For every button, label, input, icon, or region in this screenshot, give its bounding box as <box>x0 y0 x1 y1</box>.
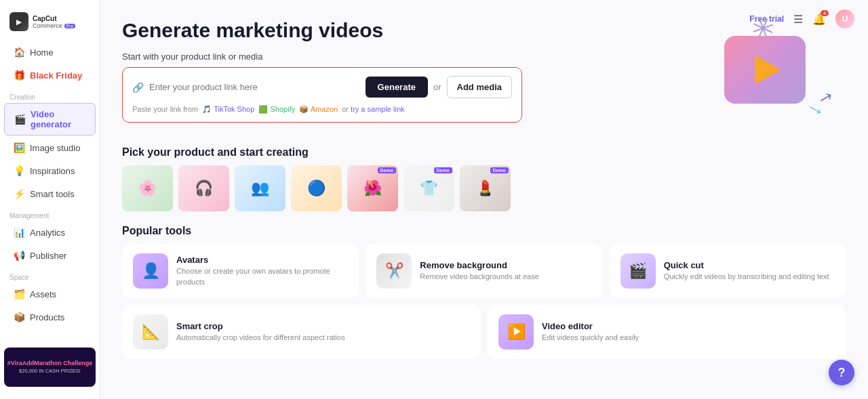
generate-button[interactable]: Generate <box>366 77 428 98</box>
link-icon: 🔗 <box>132 82 144 93</box>
product-thumb-7[interactable]: Demo 💄 <box>460 165 511 211</box>
product-thumb-6[interactable]: Demo 👕 <box>403 165 454 211</box>
sidebar: ▶ CapCut Commerce Pro 🏠 Home 🎁 Black Fri… <box>0 0 100 399</box>
quick-cut-icon-wrap: 🎬 <box>620 253 656 289</box>
hero-section: Generate marketing videos Start with you… <box>122 19 846 134</box>
sidebar-item-inspirations[interactable]: 💡 Inspirations <box>4 160 96 182</box>
sidebar-item-label: Inspirations <box>30 166 75 176</box>
tool-card-video-editor[interactable]: ▶️ Video editor Edit videos quickly and … <box>488 305 846 359</box>
arrow-decoration-2: ↗ <box>817 87 835 108</box>
management-section-label: Management <box>0 205 100 221</box>
tool-card-avatars[interactable]: 👤 Avatars Choose or create your own avat… <box>122 244 359 298</box>
video-generator-icon: 🎬 <box>14 114 25 125</box>
page-title: Generate marketing videos <box>122 19 697 42</box>
tool-card-smart-crop[interactable]: 📐 Smart crop Automatically crop videos f… <box>122 305 481 359</box>
input-section-label: Start with your product link or media <box>122 51 697 62</box>
remove-bg-icon: ✂️ <box>385 262 403 280</box>
gift-icon: 🎁 <box>14 70 24 81</box>
promo-sub: $20,000 IN CASH PRIZES! <box>7 368 92 375</box>
tool-desc-quick-cut: Quickly edit videos by transcribing and … <box>664 272 829 282</box>
products-icon: 📦 <box>14 312 24 322</box>
help-button[interactable]: ? <box>829 360 854 385</box>
main-content: Free trial ☰ 🔔 4 U Generate marketing vi… <box>100 0 868 399</box>
video-editor-icon-wrap: ▶️ <box>498 314 534 350</box>
smart-crop-icon-wrap: 📐 <box>133 314 168 350</box>
tools-grid-top: 👤 Avatars Choose or create your own avat… <box>122 244 846 298</box>
tool-name-avatars: Avatars <box>176 255 348 265</box>
sidebar-item-label: Smart tools <box>30 189 75 199</box>
sidebar-item-label: Home <box>30 47 54 58</box>
tool-desc-avatars: Choose or create your own avatars to pro… <box>176 266 348 287</box>
sidebar-item-label: Video generator <box>31 109 85 129</box>
amazon-link[interactable]: 📦 Amazon <box>299 105 338 113</box>
app-logo: ▶ CapCut Commerce Pro <box>0 8 100 41</box>
video-editor-icon: ▶️ <box>507 323 526 341</box>
logo-text: CapCut Commerce Pro <box>33 15 75 29</box>
sidebar-item-home[interactable]: 🏠 Home <box>4 41 96 63</box>
demo-badge: Demo <box>490 167 509 173</box>
analytics-icon: 📊 <box>14 227 24 238</box>
product-thumb-2[interactable]: 🎧 <box>178 165 229 211</box>
product-link-input[interactable] <box>149 82 360 92</box>
input-box-wrapper: 🔗 Generate or Add media Paste your link … <box>122 67 522 123</box>
input-row: 🔗 Generate or Add media <box>132 76 512 98</box>
creation-section-label: Creation <box>0 87 100 102</box>
sidebar-item-assets[interactable]: 🗂️ Assets <box>4 283 96 305</box>
product-grid: 🌸 🎧 👥 🔵 Demo 🌺 Demo 👕 Demo 💄 <box>122 165 846 211</box>
sample-link[interactable]: try a sample link <box>351 105 404 113</box>
tool-name-remove-bg: Remove background <box>420 260 539 270</box>
tool-name-smart-crop: Smart crop <box>176 321 345 331</box>
tool-desc-video-editor: Edit videos quickly and easily <box>542 333 639 343</box>
sidebar-item-analytics[interactable]: 📊 Analytics <box>4 222 96 243</box>
inspirations-icon: 💡 <box>14 165 24 176</box>
sidebar-item-image-studio[interactable]: 🖼️ Image studio <box>4 137 96 159</box>
tools-section-title: Popular tools <box>122 225 846 237</box>
tool-name-video-editor: Video editor <box>542 321 639 331</box>
product-thumb-5[interactable]: Demo 🌺 <box>347 165 398 211</box>
sidebar-item-black-friday[interactable]: 🎁 Black Friday <box>4 64 96 86</box>
product-thumb-3[interactable]: 👥 <box>235 165 285 211</box>
hero-3d-graphic: ✳ → ↗ <box>711 12 833 134</box>
promo-banner[interactable]: #ViraAddMarathon Challenge $20,000 IN CA… <box>4 348 96 387</box>
tool-info-video-editor: Video editor Edit videos quickly and eas… <box>542 321 639 343</box>
product-thumb-4[interactable]: 🔵 <box>291 165 342 211</box>
hero-left: Generate marketing videos Start with you… <box>122 19 697 123</box>
assets-icon: 🗂️ <box>14 289 24 299</box>
sidebar-item-products[interactable]: 📦 Products <box>4 306 96 328</box>
promo-title: #ViraAddMarathon Challenge <box>7 359 92 368</box>
product-thumb-1[interactable]: 🌸 <box>122 165 173 211</box>
add-media-button[interactable]: Add media <box>447 76 512 98</box>
sidebar-item-label: Image studio <box>30 143 80 153</box>
play-cube <box>724 36 806 104</box>
tool-info-avatars: Avatars Choose or create your own avatar… <box>176 255 348 287</box>
sidebar-item-publisher[interactable]: 📢 Publisher <box>4 245 96 266</box>
tool-name-quick-cut: Quick cut <box>664 260 829 270</box>
avatars-icon: 👤 <box>142 262 160 280</box>
user-avatar[interactable]: U <box>835 9 854 28</box>
sidebar-item-smart-tools[interactable]: ⚡ Smart tools <box>4 183 96 205</box>
tools-grid-bottom: 📐 Smart crop Automatically crop videos f… <box>122 305 846 359</box>
shopify-link[interactable]: 🟩 Shopify <box>258 105 295 113</box>
sidebar-item-label: Assets <box>30 289 56 299</box>
remove-bg-icon-wrap: ✂️ <box>376 253 412 289</box>
tool-info-remove-bg: Remove background Remove video backgroun… <box>420 260 539 282</box>
sidebar-item-video-generator[interactable]: 🎬 Video generator <box>4 103 96 135</box>
tool-info-smart-crop: Smart crop Automatically crop videos for… <box>176 321 345 343</box>
tool-desc-remove-bg: Remove video backgrounds at ease <box>420 272 539 282</box>
tiktok-shop-link[interactable]: 🎵 TikTok Shop <box>202 105 254 113</box>
space-section-label: Space <box>0 267 100 282</box>
smart-tools-icon: ⚡ <box>14 188 24 199</box>
logo-icon: ▶ <box>9 12 28 31</box>
products-section-title: Pick your product and start creating <box>122 146 846 159</box>
sidebar-item-label: Analytics <box>30 228 65 238</box>
smart-crop-icon: 📐 <box>142 323 160 341</box>
tool-card-quick-cut[interactable]: 🎬 Quick cut Quickly edit videos by trans… <box>610 244 846 298</box>
or-label: or <box>433 82 441 92</box>
publisher-icon: 📢 <box>14 250 24 261</box>
tool-card-remove-background[interactable]: ✂️ Remove background Remove video backgr… <box>366 244 602 298</box>
avatars-icon-wrap: 👤 <box>133 253 168 289</box>
paste-hint: Paste your link from 🎵 TikTok Shop 🟩 Sho… <box>132 105 512 114</box>
sidebar-item-label: Black Friday <box>30 70 82 81</box>
play-triangle <box>755 55 781 85</box>
tool-info-quick-cut: Quick cut Quickly edit videos by transcr… <box>664 260 829 282</box>
